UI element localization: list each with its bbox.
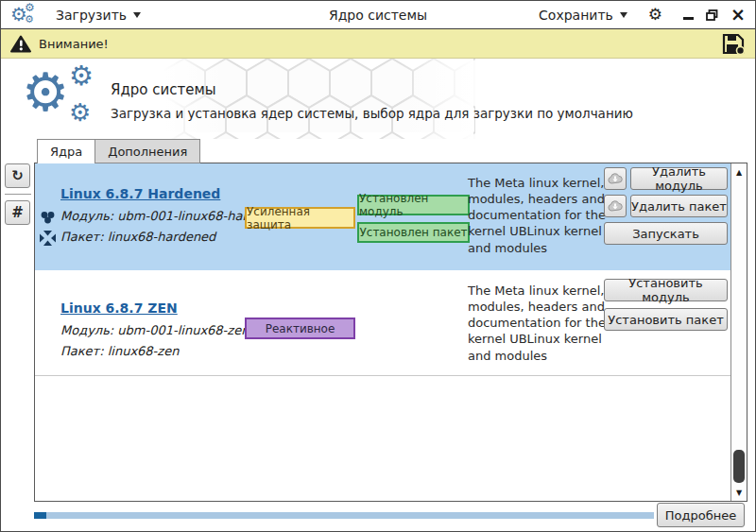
minimize-button[interactable]: [683, 9, 694, 20]
kernel-actions: Установить модуль Установить пакет: [604, 279, 728, 331]
kernel-name-link[interactable]: Linux 6.8.7 Hardened: [60, 186, 220, 201]
app-window: ⚙ ⚙ ⚙ Загрузить Ядро системы Сохранить ⚙: [0, 0, 756, 532]
progress-fill: [34, 512, 46, 519]
progress-bar: [34, 512, 654, 519]
gear-glyph: ⚙: [69, 100, 91, 125]
load-dropdown-button[interactable]: Загрузить: [50, 4, 146, 26]
kernel-actions: Удалить модуль Удалить пакет Запускать: [604, 167, 728, 245]
run-button[interactable]: Запускать: [604, 222, 728, 245]
scrollbar[interactable]: ▲ ▼: [730, 163, 747, 501]
remove-module-button[interactable]: Удалить модуль: [630, 167, 728, 190]
refresh-icon: ↻: [11, 167, 24, 184]
scroll-down-button[interactable]: ▼: [731, 485, 747, 500]
status-badges: Установлен модуль Установлен пакет: [357, 195, 470, 243]
kernel-row[interactable]: Linux 6.8.7 ZEN Модуль: ubm-001-linux68-…: [35, 270, 730, 376]
save-dropdown-button[interactable]: Сохранить: [533, 4, 633, 26]
kernel-module-label: Модуль: ubm-001-linux68-zen: [60, 323, 249, 337]
hexagon-pattern: [163, 59, 475, 139]
hash-button[interactable]: #: [5, 200, 30, 225]
package-icon: [40, 231, 56, 246]
tab-bar: Ядра Дополнения: [37, 139, 200, 163]
install-module-button[interactable]: Установить модуль: [604, 279, 728, 301]
gear-glyph: ⚙: [25, 2, 35, 13]
side-toolbar: ↻ #: [5, 163, 31, 225]
kernel-description: The Meta linux kernel, modules, headers …: [468, 175, 614, 256]
titlebar: ⚙ ⚙ ⚙ Загрузить Ядро системы Сохранить ⚙: [1, 1, 755, 29]
gear-glyph: ⚙: [22, 66, 69, 119]
settings-gear-icon[interactable]: ⚙: [648, 7, 662, 23]
kernel-name-link[interactable]: Linux 6.8.7 ZEN: [60, 300, 178, 316]
chevron-down-icon: [620, 12, 627, 22]
hero-gears-icon: ⚙ ⚙ ⚙: [22, 66, 109, 132]
page-title: Ядро системы: [111, 81, 216, 98]
page-subtitle: Загрузка и установка ядер системы, выбор…: [111, 106, 633, 121]
feature-tag-badge: Реактивное: [245, 317, 355, 339]
minimize-icon: [683, 17, 694, 20]
load-dropdown-label: Загрузить: [56, 8, 127, 23]
kernel-package-label: Пакет: linux68-zen: [60, 344, 179, 358]
hero-header: ⚙ ⚙ ⚙ Ядро системы Загрузка и установка …: [1, 59, 755, 139]
kernel-row[interactable]: Linux 6.8.7 Hardened Модуль: ubm-001-lin…: [35, 163, 730, 270]
app-gears-icon: ⚙ ⚙ ⚙: [10, 3, 43, 27]
maximize-button[interactable]: [706, 9, 718, 21]
cloud-download-icon: [607, 199, 624, 213]
kernel-package-label: Пакет: linux68-hardened: [60, 230, 215, 244]
scrollbar-thumb[interactable]: [733, 450, 745, 483]
close-button[interactable]: ×: [730, 6, 746, 24]
restore-icon: [706, 9, 718, 21]
feature-tag-badge: Усиленная защита: [245, 207, 355, 229]
install-package-button[interactable]: Установить пакет: [604, 308, 728, 331]
kernel-list-panel: Linux 6.8.7 Hardened Модуль: ubm-001-lin…: [34, 163, 747, 502]
warning-triangle-icon: [10, 35, 31, 53]
save-file-icon[interactable]: [722, 33, 746, 55]
gear-glyph: ⚙: [69, 62, 94, 90]
gear-glyph: ⚙: [25, 14, 34, 25]
tab-addons[interactable]: Дополнения: [94, 139, 200, 163]
save-dropdown-label: Сохранить: [539, 8, 613, 23]
warning-text: Внимание!: [39, 37, 109, 51]
scroll-up-button[interactable]: ▲: [731, 164, 747, 180]
warning-bar: Внимание!: [1, 29, 755, 59]
chevron-down-icon: [133, 12, 141, 22]
close-icon: ×: [730, 6, 746, 24]
installed-package-badge: Установлен пакет: [357, 222, 470, 243]
tab-kernels[interactable]: Ядра: [37, 139, 95, 163]
toolbar-divider: [5, 194, 31, 195]
cloud-download-icon: [607, 172, 624, 185]
module-icon: [40, 211, 56, 224]
kernel-description: The Meta linux kernel, modules, headers …: [468, 283, 614, 364]
refresh-button[interactable]: ↻: [5, 163, 30, 188]
hash-icon: #: [11, 204, 24, 221]
kernel-module-label: Модуль: ubm-001-linux68-hard...: [60, 209, 266, 223]
download-module-button[interactable]: [604, 167, 627, 190]
installed-module-badge: Установлен модуль: [357, 195, 470, 215]
kernel-list: Linux 6.8.7 Hardened Модуль: ubm-001-lin…: [35, 163, 730, 501]
remove-package-button[interactable]: Удалить пакет: [630, 195, 728, 217]
download-package-button[interactable]: [604, 195, 627, 217]
details-button[interactable]: Подробнее: [657, 503, 745, 527]
